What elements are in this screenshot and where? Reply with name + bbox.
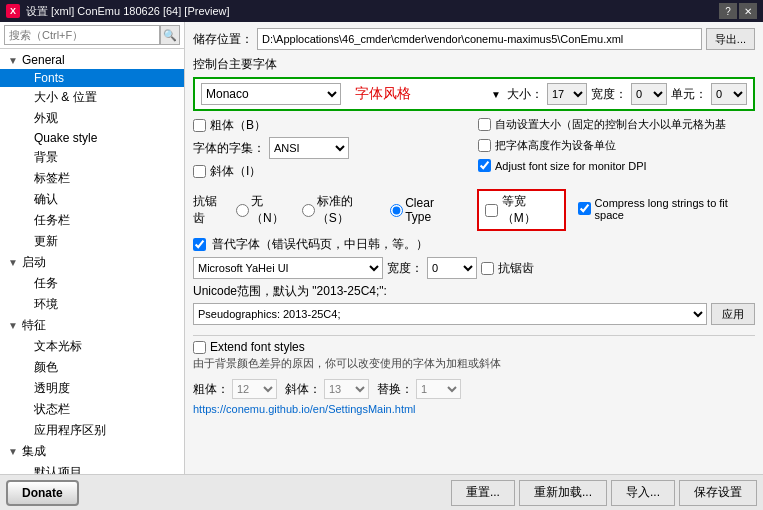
monospace-checkbox[interactable] <box>485 204 498 217</box>
italic-checkbox-row: 斜体（I） <box>193 163 470 180</box>
compress-checkbox[interactable] <box>578 202 591 215</box>
sidebar-item-size-pos[interactable]: 大小 & 位置 <box>0 87 184 108</box>
charset-label: 字体的字集： <box>193 140 265 157</box>
subst-font-select[interactable]: Microsoft YaHei UI <box>193 257 383 279</box>
reload-button[interactable]: 重新加载... <box>519 480 607 506</box>
sidebar-item-quake[interactable]: Quake style <box>0 129 184 147</box>
size-select[interactable]: 17 <box>547 83 587 105</box>
sidebar-item-task[interactable]: 任务 <box>0 273 184 294</box>
adjustdpi-checkbox[interactable] <box>478 159 491 172</box>
radio-none-label: 无（N） <box>251 193 294 227</box>
sidebar-item-fonts[interactable]: Fonts <box>0 69 184 87</box>
subst-checkbox[interactable] <box>193 238 206 251</box>
unicode-row: Pseudographics: 2013-25C4; 应用 <box>193 303 755 325</box>
tree: ▼General Fonts 大小 & 位置 外观 Quake style 背景… <box>0 49 184 474</box>
sidebar-item-textmacro[interactable]: 文本光标 <box>0 336 184 357</box>
radio-standard: 标准的（S） <box>302 193 382 227</box>
sidebar-item-appearance[interactable]: 外观 <box>0 108 184 129</box>
setheight-checkbox[interactable] <box>478 139 491 152</box>
sidebar: 🔍 ▼General Fonts 大小 & 位置 外观 Quake style … <box>0 22 185 474</box>
font-style-label: 字体风格 <box>355 85 477 103</box>
export-button[interactable]: 导出... <box>706 28 755 50</box>
sidebar-item-defaultitem[interactable]: 默认项目 <box>0 462 184 474</box>
compress-label: Compress long strings to fit space <box>595 197 755 221</box>
subst-antialias-checkbox[interactable] <box>481 262 494 275</box>
radio-cleartype-input[interactable] <box>390 204 403 217</box>
save-button[interactable]: 保存设置 <box>679 480 757 506</box>
main-container: 🔍 ▼General Fonts 大小 & 位置 外观 Quake style … <box>0 22 763 510</box>
subst-width-select[interactable]: 0 <box>427 257 477 279</box>
console-font-header: 控制台主要字体 <box>193 56 755 73</box>
size-label: 大小： <box>507 86 543 103</box>
extend-checkbox[interactable] <box>193 341 206 354</box>
window-controls: ? ✕ <box>719 3 757 19</box>
sidebar-item-tab[interactable]: 标签栏 <box>0 168 184 189</box>
sidebar-item-env[interactable]: 环境 <box>0 294 184 315</box>
chevron-down-icon: ▼ <box>491 89 501 100</box>
antialias-radio-group: 无（N） 标准的（S） Clear Type <box>236 193 461 227</box>
bold-size-select[interactable]: 12 <box>232 379 277 399</box>
antialias-label: 抗锯齿 <box>193 193 228 227</box>
font-name-select[interactable]: Monaco <box>201 83 341 105</box>
charset-select[interactable]: ANSI <box>269 137 349 159</box>
unit-select[interactable]: 0 <box>711 83 747 105</box>
adjustdpi-label: Adjust font size for monitor DPI <box>495 160 647 172</box>
sidebar-item-startup[interactable]: ▼启动 <box>0 252 184 273</box>
search-input[interactable] <box>4 25 160 45</box>
sidebar-item-status[interactable]: 状态栏 <box>0 399 184 420</box>
bold-size-item: 粗体： 12 <box>193 379 277 399</box>
radio-none-input[interactable] <box>236 204 249 217</box>
help-button[interactable]: ? <box>719 3 737 19</box>
sidebar-item-background[interactable]: 背景 <box>0 147 184 168</box>
reset-button[interactable]: 重置... <box>451 480 515 506</box>
bold-checkbox-row: 粗体（B） <box>193 117 470 134</box>
compress-checkbox-row: Compress long strings to fit space <box>578 197 755 221</box>
content-area: 🔍 ▼General Fonts 大小 & 位置 外观 Quake style … <box>0 22 763 474</box>
storage-path-input[interactable] <box>257 28 702 50</box>
window-title: 设置 [xml] ConEmu 180626 [64] [Preview] <box>26 4 719 19</box>
italic-size-item: 斜体： 13 <box>285 379 369 399</box>
charset-row: 字体的字集： ANSI <box>193 137 470 159</box>
radio-cleartype-label: Clear Type <box>405 196 461 224</box>
close-button[interactable]: ✕ <box>739 3 757 19</box>
sidebar-item-confirm[interactable]: 确认 <box>0 189 184 210</box>
radio-standard-input[interactable] <box>302 204 315 217</box>
autosize-checkbox-row: 自动设置大小（固定的控制台大小以单元格为基 <box>478 117 755 132</box>
subst-antialias-label: 抗锯齿 <box>498 260 534 277</box>
width-select[interactable]: 0 <box>631 83 667 105</box>
replace-size-select[interactable]: 1 <box>416 379 461 399</box>
sidebar-item-integration[interactable]: ▼集成 <box>0 441 184 462</box>
sidebar-item-update[interactable]: 更新 <box>0 231 184 252</box>
sidebar-item-features[interactable]: ▼特征 <box>0 315 184 336</box>
right-checkboxes: 自动设置大小（固定的控制台大小以单元格为基 把字体高度作为设备单位 Adjust… <box>478 117 755 183</box>
expander-icon: ▼ <box>8 55 22 66</box>
italic-size-select[interactable]: 13 <box>324 379 369 399</box>
bold-italic-row: 粗体： 12 斜体： 13 替换： 1 <box>193 379 755 399</box>
unicode-select[interactable]: Pseudographics: 2013-25C4; <box>193 303 707 325</box>
width-label: 宽度： <box>591 86 627 103</box>
search-icon[interactable]: 🔍 <box>160 25 180 45</box>
unit-label: 单元： <box>671 86 707 103</box>
donate-button[interactable]: Donate <box>6 480 79 506</box>
sidebar-item-general[interactable]: ▼General <box>0 51 184 69</box>
help-link[interactable]: https://conemu.github.io/en/SettingsMain… <box>193 403 755 415</box>
monospace-label: 等宽（M） <box>502 193 558 227</box>
autosize-checkbox[interactable] <box>478 118 491 131</box>
apply-button[interactable]: 应用 <box>711 303 755 325</box>
italic-size-label: 斜体： <box>285 381 321 398</box>
extend-row: Extend font styles 由于背景颜色差异的原因，你可以改变使用的字… <box>193 340 755 375</box>
import-button[interactable]: 导入... <box>611 480 675 506</box>
italic-checkbox[interactable] <box>193 165 206 178</box>
bottom-bar: Donate 重置... 重新加载... 导入... 保存设置 <box>0 474 763 510</box>
storage-path-row: 储存位置： 导出... <box>193 28 755 50</box>
divider <box>193 335 755 336</box>
titlebar: X 设置 [xml] ConEmu 180626 [64] [Preview] … <box>0 0 763 22</box>
sidebar-item-taskbar[interactable]: 任务栏 <box>0 210 184 231</box>
sidebar-item-colors[interactable]: 颜色 <box>0 357 184 378</box>
bold-checkbox[interactable] <box>193 119 206 132</box>
adjustdpi-checkbox-row: Adjust font size for monitor DPI <box>478 159 755 172</box>
app-icon: X <box>6 4 20 18</box>
sidebar-item-appid[interactable]: 应用程序区别 <box>0 420 184 441</box>
subst-font-row: Microsoft YaHei UI 宽度： 0 抗锯齿 <box>193 257 755 279</box>
sidebar-item-transparency[interactable]: 透明度 <box>0 378 184 399</box>
